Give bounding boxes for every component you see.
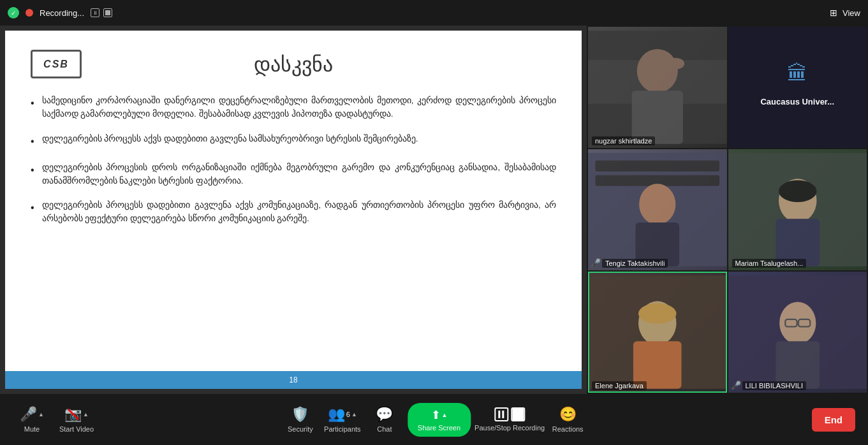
topbar-right: ⊞ View bbox=[830, 8, 860, 18]
toolbar-right: End bbox=[812, 408, 855, 432]
share-screen-icon: ⬆ bbox=[431, 408, 441, 422]
participant-cell-elene[interactable]: Elene Jgarkava bbox=[588, 272, 727, 393]
stop-icon-btn bbox=[511, 407, 525, 421]
top-bar: ✓ Recording... ⏸ ⊞ View bbox=[0, 0, 868, 26]
bullet-text-2: დელეგირების პროცესს აქვს დადებითი გავლენ… bbox=[42, 133, 418, 146]
participants-label: Participants bbox=[324, 425, 360, 433]
chat-label: Chat bbox=[377, 425, 392, 433]
participant-name-elene: Elene Jgarkava bbox=[592, 381, 647, 390]
bullet-text-4: დელეგირების პროცესს დადებითი გავლენა აქვ… bbox=[42, 199, 556, 226]
bullet-dot-3: • bbox=[31, 163, 34, 179]
participant-row-1: nugzar skhirtladze 🏛 Caucasus Univer... bbox=[588, 27, 867, 148]
person-silhouette-elene bbox=[588, 272, 727, 393]
mute-icon: 🎤 bbox=[20, 406, 37, 423]
participants-group[interactable]: 👥 6 ▲ Participants bbox=[323, 406, 362, 433]
video-caret[interactable]: ▲ bbox=[83, 411, 89, 418]
slide-content: დასკვნა • სამედიცინო კორპორაციაში დანერგ… bbox=[5, 31, 582, 389]
bullet-dot-2: • bbox=[31, 134, 34, 150]
toolbar-center: 🛡️ Security 👥 6 ▲ Participants 💬 Chat ⬆ … bbox=[281, 403, 587, 437]
slide-title: დასკვნა bbox=[82, 52, 505, 77]
stop-button[interactable] bbox=[103, 8, 112, 17]
person-silhouette-nugzar bbox=[588, 27, 727, 148]
slide-logo bbox=[31, 50, 82, 78]
participant-mic-off-tengiz: 🎤 bbox=[591, 258, 601, 268]
participant-cell-mariam[interactable]: Mariam Tsalugelash... bbox=[728, 149, 867, 270]
slide-header: დასკვნა bbox=[31, 50, 556, 78]
pause-stop-label: Pause/Stop Recording bbox=[474, 424, 545, 432]
bullet-dot-1: • bbox=[31, 96, 34, 112]
end-button[interactable]: End bbox=[812, 408, 855, 432]
pause-stop-icons bbox=[494, 407, 525, 421]
participant-cell-caucasus[interactable]: 🏛 Caucasus Univer... bbox=[728, 27, 867, 148]
person-silhouette-tengiz bbox=[588, 149, 727, 270]
chat-group[interactable]: 💬 Chat bbox=[365, 406, 404, 433]
slash-line bbox=[66, 407, 81, 422]
participant-cell-tengiz[interactable]: 🎤 Tengiz Taktakishvili bbox=[588, 149, 727, 270]
view-label[interactable]: View bbox=[842, 8, 860, 18]
participant-name-nugzar: nugzar skhirtladze bbox=[592, 136, 655, 145]
bullet-dot-4: • bbox=[31, 200, 34, 216]
svg-point-4 bbox=[667, 58, 684, 69]
svg-line-28 bbox=[68, 409, 78, 419]
slide-bullet-3: • დელეგირების პროცესის დროს ორგანიზაციაშ… bbox=[31, 161, 556, 188]
participants-caret[interactable]: ▲ bbox=[351, 411, 357, 418]
svg-point-14 bbox=[778, 180, 816, 202]
mute-group[interactable]: 🎤 ▲ Mute bbox=[13, 406, 51, 433]
slide-page-number: 18 bbox=[289, 376, 297, 384]
participants-panel: nugzar skhirtladze 🏛 Caucasus Univer... bbox=[587, 26, 868, 394]
video-icon: 📷 bbox=[64, 406, 82, 423]
topbar-left: ✓ Recording... ⏸ bbox=[8, 7, 112, 18]
svg-point-19 bbox=[638, 303, 677, 324]
recording-label: Recording... bbox=[40, 8, 84, 18]
recording-dot bbox=[26, 9, 33, 17]
participants-count: 6 bbox=[346, 411, 350, 418]
pause-stop-group[interactable]: Pause/Stop Recording bbox=[474, 407, 545, 432]
start-video-label: Start Video bbox=[59, 425, 94, 433]
share-screen-group[interactable]: ⬆ ▲ Share Screen bbox=[408, 403, 471, 437]
mute-label: Mute bbox=[24, 425, 40, 433]
stop-icon bbox=[105, 10, 110, 15]
participant-name-mariam: Mariam Tsalugelash... bbox=[732, 259, 807, 268]
security-label: Security bbox=[288, 425, 313, 433]
toolbar: 🎤 ▲ Mute 📷 ▲ Start Video bbox=[0, 394, 868, 445]
svg-rect-7 bbox=[595, 161, 719, 171]
bullet-text-3: დელეგირების პროცესის დროს ორგანიზაციაში … bbox=[42, 161, 556, 188]
security-group[interactable]: 🛡️ Security bbox=[281, 406, 320, 433]
person-silhouette-mariam bbox=[728, 149, 867, 270]
participant-cell-nugzar[interactable]: nugzar skhirtladze bbox=[588, 27, 727, 148]
recording-controls[interactable]: ⏸ bbox=[91, 8, 112, 17]
reactions-group[interactable]: 😊 Reactions bbox=[548, 406, 587, 433]
reactions-label: Reactions bbox=[552, 425, 584, 433]
pause-icon bbox=[494, 407, 508, 421]
slide-bullet-2: • დელეგირების პროცესს აქვს დადებითი გავლ… bbox=[31, 133, 556, 150]
participant-row-3: Elene Jgarkava 🎤 LILI BIBILASHVILI bbox=[588, 272, 867, 393]
reactions-icon: 😊 bbox=[559, 406, 577, 423]
start-video-group[interactable]: 📷 ▲ Start Video bbox=[57, 406, 96, 433]
svg-point-9 bbox=[639, 184, 675, 224]
slide-bullet-1: • სამედიცინო კორპორაციაში დანერგილი დეცე… bbox=[31, 94, 556, 121]
mute-caret[interactable]: ▲ bbox=[38, 411, 44, 418]
security-icon: 🛡️ bbox=[291, 406, 309, 423]
pause-button[interactable]: ⏸ bbox=[91, 8, 99, 17]
slide-bullet-4: • დელეგირების პროცესს დადებითი გავლენა ა… bbox=[31, 199, 556, 226]
participant-mic-off-lili: 🎤 bbox=[731, 381, 741, 390]
person-silhouette-lili bbox=[728, 272, 867, 393]
slide-footer: 18 bbox=[5, 371, 582, 389]
chat-icon: 💬 bbox=[376, 406, 393, 423]
slide-inner: დასკვნა • სამედიცინო კორპორაციაში დანერგ… bbox=[5, 31, 582, 371]
participants-icon: 👥 bbox=[328, 406, 345, 423]
caucasus-icon: 🏛 bbox=[787, 62, 807, 85]
shield-icon: ✓ bbox=[8, 7, 19, 18]
participant-row-2: 🎤 Tengiz Taktakishvili Mariam Tsalugelas… bbox=[588, 149, 867, 270]
participant-name-lili: LILI BIBILASHVILI bbox=[742, 381, 807, 390]
participant-name-tengiz: Tengiz Taktakishvili bbox=[602, 259, 668, 268]
caucasus-name: Caucasus Univer... bbox=[754, 91, 841, 113]
slide-area: დასკვნა • სამედიცინო კორპორაციაში დანერგ… bbox=[0, 26, 587, 394]
participant-cell-lili[interactable]: 🎤 LILI BIBILASHVILI bbox=[728, 272, 867, 393]
toolbar-left: 🎤 ▲ Mute 📷 ▲ Start Video bbox=[13, 406, 96, 433]
svg-point-2 bbox=[637, 49, 678, 93]
share-screen-caret[interactable]: ▲ bbox=[442, 412, 448, 418]
share-screen-label: Share Screen bbox=[418, 424, 460, 432]
bullet-text-1: სამედიცინო კორპორაციაში დანერგილი დეცენტ… bbox=[42, 94, 556, 121]
slide-body: • სამედიცინო კორპორაციაში დანერგილი დეცე… bbox=[31, 94, 556, 358]
